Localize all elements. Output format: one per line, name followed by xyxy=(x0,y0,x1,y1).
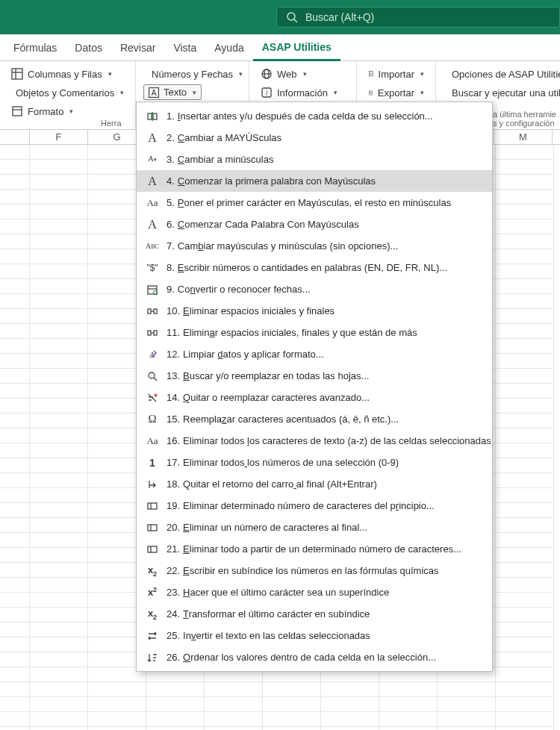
grid-cell[interactable] xyxy=(30,727,88,730)
grid-cell[interactable] xyxy=(321,712,379,727)
grid-cell[interactable] xyxy=(0,294,30,309)
grid-cell[interactable] xyxy=(496,593,554,608)
grid-cell[interactable] xyxy=(0,234,30,249)
grid-cell[interactable] xyxy=(496,234,554,249)
grid-cell[interactable] xyxy=(0,443,30,458)
grid-cell[interactable] xyxy=(146,682,205,697)
grid-cell[interactable] xyxy=(496,443,554,458)
grid-cell[interactable] xyxy=(496,637,554,652)
grid-cell[interactable] xyxy=(205,682,263,697)
grid-cell[interactable] xyxy=(321,727,379,730)
grid-cell[interactable] xyxy=(0,712,30,727)
grid-cell[interactable] xyxy=(0,682,30,697)
grid-cell[interactable] xyxy=(496,563,554,578)
grid-cell[interactable] xyxy=(0,160,30,175)
objetos-comentarios-button[interactable]: Objetos y Comentarios▾ xyxy=(7,84,128,101)
col-header-corner[interactable] xyxy=(0,130,30,145)
grid-cell[interactable] xyxy=(30,219,88,234)
grid-cell[interactable] xyxy=(438,712,496,727)
grid-cell[interactable] xyxy=(0,488,30,503)
menu-item-11[interactable]: 11.Eliminar espacios iniciales, finales … xyxy=(137,322,492,343)
grid-cell[interactable] xyxy=(496,712,554,727)
grid-cell[interactable] xyxy=(30,234,88,249)
grid-cell[interactable] xyxy=(30,264,88,279)
menu-item-1[interactable]: 1.Insertar antes y/u después de cada cel… xyxy=(137,105,492,127)
grid-cell[interactable] xyxy=(0,399,30,414)
grid-cell[interactable] xyxy=(0,727,30,730)
grid-cell[interactable] xyxy=(496,667,554,682)
grid-cell[interactable] xyxy=(0,219,30,234)
importar-button[interactable]: Importar▾ xyxy=(364,66,428,82)
menu-item-21[interactable]: 21.Eliminar todo a partir de un determin… xyxy=(137,538,492,560)
grid-cell[interactable] xyxy=(30,637,88,652)
grid-cell[interactable] xyxy=(88,727,146,730)
grid-cell[interactable] xyxy=(0,697,30,712)
grid-cell[interactable] xyxy=(30,160,88,175)
grid-cell[interactable] xyxy=(30,324,88,339)
grid-cell[interactable] xyxy=(0,279,30,294)
grid-cell[interactable] xyxy=(496,414,554,428)
grid-cell[interactable] xyxy=(0,637,30,652)
grid-cell[interactable] xyxy=(496,264,554,279)
grid-cell[interactable] xyxy=(438,727,496,730)
grid-cell[interactable] xyxy=(496,518,554,533)
grid-cell[interactable] xyxy=(263,697,321,712)
grid-cell[interactable] xyxy=(30,428,88,443)
tab-vista[interactable]: Vista xyxy=(164,36,205,60)
grid-cell[interactable] xyxy=(30,593,88,608)
tab-asap-utilities[interactable]: ASAP Utilities xyxy=(253,35,340,61)
grid-cell[interactable] xyxy=(496,145,554,160)
grid-cell[interactable] xyxy=(205,727,263,730)
grid-cell[interactable] xyxy=(0,249,30,264)
grid-cell[interactable] xyxy=(496,249,554,264)
menu-item-9[interactable]: 9.Convertir o reconocer fechas... xyxy=(137,278,492,300)
menu-item-5[interactable]: Aa5.Poner el primer carácter en Mayúscul… xyxy=(137,192,492,213)
search-box[interactable]: Buscar (Alt+Q) xyxy=(276,7,560,28)
tab-datos[interactable]: Datos xyxy=(66,36,111,60)
grid-cell[interactable] xyxy=(30,623,88,637)
grid-cell[interactable] xyxy=(496,623,554,637)
grid-cell[interactable] xyxy=(263,712,321,727)
col-header-f[interactable]: F xyxy=(30,130,88,145)
menu-item-16[interactable]: Aa16.Eliminar todos los caracteres de te… xyxy=(137,430,492,452)
grid-cell[interactable] xyxy=(496,294,554,309)
grid-cell[interactable] xyxy=(0,264,30,279)
formato-button[interactable]: Formato▾ xyxy=(7,103,128,119)
grid-cell[interactable] xyxy=(0,428,30,443)
tab-formulas[interactable]: Fórmulas xyxy=(4,36,66,60)
grid-cell[interactable] xyxy=(496,608,554,623)
grid-cell[interactable] xyxy=(0,548,30,563)
grid-cell[interactable] xyxy=(496,682,554,697)
grid-cell[interactable] xyxy=(30,578,88,593)
grid-cell[interactable] xyxy=(30,190,88,205)
grid-cell[interactable] xyxy=(496,399,554,414)
grid-cell[interactable] xyxy=(30,518,88,533)
grid-cell[interactable] xyxy=(30,652,88,667)
menu-item-24[interactable]: x224.Transformar el último carácter en s… xyxy=(137,603,492,625)
grid-cell[interactable] xyxy=(0,593,30,608)
grid-cell[interactable] xyxy=(30,399,88,414)
grid-cell[interactable] xyxy=(0,667,30,682)
grid-cell[interactable] xyxy=(496,324,554,339)
grid-cell[interactable] xyxy=(30,503,88,518)
grid-cell[interactable] xyxy=(0,384,30,399)
grid-cell[interactable] xyxy=(496,458,554,473)
grid-cell[interactable] xyxy=(30,443,88,458)
menu-item-4[interactable]: A4.Comenzar la primera palabra con Mayús… xyxy=(137,170,492,192)
tab-ayuda[interactable]: Ayuda xyxy=(205,36,252,60)
grid-cell[interactable] xyxy=(379,682,438,697)
menu-item-19[interactable]: 19.Eliminar determinado número de caract… xyxy=(137,495,492,517)
buscar-utilidad-button[interactable]: Buscar y ejecutar una utili xyxy=(444,84,553,101)
tab-revisar[interactable]: Revisar xyxy=(111,36,164,60)
exportar-button[interactable]: Exportar▾ xyxy=(364,84,428,101)
menu-item-10[interactable]: 10.Eliminar espacios iniciales y finales xyxy=(137,300,492,322)
grid-cell[interactable] xyxy=(0,533,30,548)
grid-cell[interactable] xyxy=(379,727,438,730)
menu-item-20[interactable]: 20.Eliminar un número de caracteres al f… xyxy=(137,517,492,538)
texto-button[interactable]: A Texto▾ xyxy=(143,84,202,100)
menu-item-14[interactable]: 14.Quitar o reemplazar caracteres avanza… xyxy=(137,387,492,408)
grid-cell[interactable] xyxy=(30,369,88,384)
informacion-button[interactable]: i Información▾ xyxy=(257,84,349,101)
grid-cell[interactable] xyxy=(496,488,554,503)
menu-item-22[interactable]: x222.Escribir en subíndice los números e… xyxy=(137,560,492,581)
